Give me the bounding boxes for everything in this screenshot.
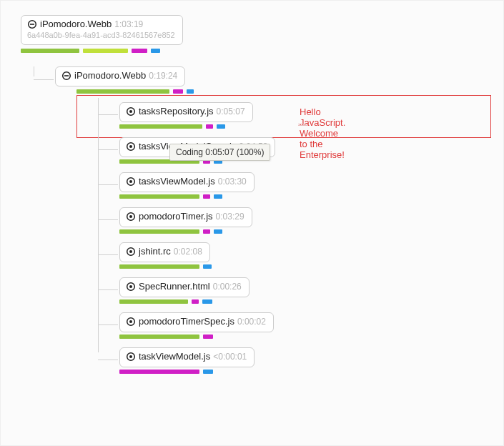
svg-rect-3 — [64, 75, 69, 76]
file-node[interactable]: tasksViewModel.js0:03:30 — [119, 172, 255, 192]
bar-segment — [119, 194, 199, 199]
target-icon — [126, 352, 136, 362]
root-name: iPomodoro.Webb — [40, 19, 112, 29]
svg-point-9 — [129, 180, 132, 183]
root-time: 1:03:19 — [114, 19, 143, 29]
svg-point-13 — [129, 250, 132, 253]
file-time: 0:03:30 — [218, 177, 247, 187]
bar-segment — [214, 229, 222, 234]
target-icon — [126, 317, 136, 327]
file-node[interactable]: SpecRunner.html0:00:26 — [119, 277, 249, 297]
group-bars — [76, 89, 275, 94]
svg-point-19 — [129, 355, 132, 358]
file-bars — [119, 229, 275, 234]
bar-segment — [203, 264, 212, 269]
svg-rect-1 — [30, 24, 34, 25]
bar-segment — [21, 49, 79, 53]
callout-line — [298, 124, 308, 126]
bar-segment — [192, 299, 199, 304]
file-time: 0:02:08 — [174, 247, 202, 257]
bar-segment — [119, 264, 199, 269]
target-icon — [126, 282, 136, 292]
file-node[interactable]: pomodoroTimerSpec.js0:00:02 — [119, 312, 274, 332]
root-node[interactable]: iPomodoro.Webb 1:03:19 6a448a0b-9fea-4a9… — [21, 15, 183, 45]
file-time: <0:00:01 — [213, 352, 247, 362]
svg-point-5 — [129, 110, 132, 113]
target-icon — [126, 177, 136, 187]
file-name: SpecRunner.html — [139, 281, 210, 292]
file-name: tasksRepository.js — [139, 106, 214, 117]
target-icon — [126, 212, 136, 222]
bar-segment — [119, 229, 199, 234]
bar-segment — [203, 334, 213, 339]
bar-segment — [83, 49, 128, 53]
bar-segment — [151, 49, 160, 53]
bar-segment — [203, 229, 210, 234]
svg-point-17 — [129, 320, 132, 323]
file-name: taskViewModel.js — [139, 351, 210, 362]
bar-segment — [202, 299, 212, 304]
collapse-icon[interactable] — [61, 71, 71, 81]
bar-segment — [119, 299, 188, 304]
file-bars — [119, 264, 275, 269]
bar-segment — [76, 89, 169, 94]
collapse-icon[interactable] — [27, 19, 37, 29]
bar-segment — [119, 370, 199, 374]
svg-point-11 — [129, 215, 132, 218]
subtree: tasksRepository.js0:05:07tasksViewModelS… — [98, 102, 275, 374]
bar-segment — [173, 89, 183, 94]
file-name: tasksViewModel.js — [139, 176, 215, 187]
canvas: iPomodoro.Webb 1:03:19 6a448a0b-9fea-4a9… — [0, 0, 504, 446]
bar-segment — [214, 194, 222, 199]
bar-segment — [187, 89, 194, 94]
file-bars — [119, 124, 275, 129]
tooltip: Coding 0:05:07 (100%) — [169, 144, 270, 161]
bar-segment — [119, 124, 202, 129]
svg-point-15 — [129, 285, 132, 288]
target-icon — [126, 247, 136, 257]
file-name: jshint.rc — [139, 246, 171, 257]
file-node[interactable]: jshint.rc0:02:08 — [119, 242, 210, 262]
file-time: 0:00:26 — [213, 282, 242, 292]
file-bars — [119, 194, 275, 199]
file-node[interactable]: pomodoroTimer.js0:03:29 — [119, 207, 252, 227]
group-name: iPomodoro.Webb — [74, 70, 146, 81]
bar-segment — [206, 124, 213, 129]
file-time: 0:00:02 — [237, 317, 266, 327]
root-bars — [21, 49, 503, 53]
file-time: 0:05:07 — [217, 106, 245, 117]
file-bars — [119, 299, 275, 304]
file-name: pomodoroTimer.js — [139, 211, 213, 222]
file-bars — [119, 370, 275, 374]
root-guid: 6a448a0b-9fea-4a91-acd3-82461567e852 — [27, 31, 175, 39]
bar-segment — [203, 194, 210, 199]
tree: iPomodoro.Webb 0:19:24 Hello JavaScript.… — [34, 66, 275, 382]
bar-segment — [119, 334, 199, 339]
target-icon — [126, 106, 136, 117]
file-node[interactable]: taskViewModel.js<0:00:01 — [119, 347, 255, 367]
group-time: 0:19:24 — [149, 71, 177, 81]
file-name: pomodoroTimerSpec.js — [139, 316, 234, 327]
svg-point-7 — [129, 145, 132, 148]
file-node[interactable]: tasksRepository.js0:05:07 — [119, 102, 253, 122]
file-bars — [119, 334, 275, 339]
bar-segment — [203, 370, 213, 374]
group-node[interactable]: iPomodoro.Webb 0:19:24 — [55, 66, 185, 86]
callout-text: Hello JavaScript. Welcome to the Enterpr… — [300, 106, 345, 160]
file-time: 0:03:29 — [216, 212, 244, 222]
target-icon — [126, 142, 136, 152]
bar-segment — [132, 49, 147, 53]
bar-segment — [217, 124, 225, 129]
